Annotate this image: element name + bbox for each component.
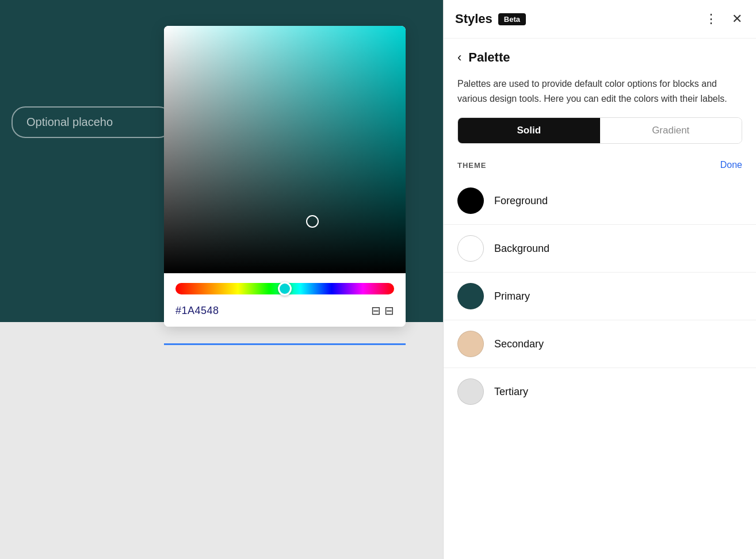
secondary-label: Secondary [494, 338, 544, 350]
solid-gradient-toggle[interactable]: Solid Gradient [457, 117, 742, 144]
back-arrow-icon[interactable]: ‹ [457, 50, 461, 65]
more-options-button[interactable]: ⋮ [702, 9, 720, 29]
blue-accent-line [164, 343, 406, 345]
canvas-placeholder-input: Optional placeho [12, 106, 173, 138]
color-picker-thumb [306, 215, 319, 228]
theme-section-header: THEME Done [444, 155, 756, 177]
beta-badge: Beta [498, 13, 526, 25]
close-icon: ✕ [732, 12, 742, 26]
color-picker-popup[interactable]: #1A4548 ⊟ ⊟ [164, 26, 406, 327]
secondary-swatch [457, 331, 484, 357]
back-title: Palette [468, 50, 510, 65]
more-icon: ⋮ [705, 12, 718, 26]
hue-thumb [278, 282, 292, 296]
sliders-icon[interactable]: ⊟ ⊟ [371, 304, 394, 317]
palette-description: Palettes are used to provide default col… [444, 70, 756, 117]
back-navigation[interactable]: ‹ Palette [444, 39, 756, 70]
color-item-primary[interactable]: Primary [444, 272, 756, 320]
color-list: Foreground Background Primary Secondary … [444, 177, 756, 415]
panel-body: ‹ Palette Palettes are used to provide d… [444, 39, 756, 559]
primary-swatch [457, 283, 484, 309]
foreground-label: Foreground [494, 195, 548, 207]
color-gradient-area[interactable] [164, 26, 406, 273]
panel-header-icons: ⋮ ✕ [702, 9, 744, 29]
theme-label: THEME [457, 161, 487, 170]
tertiary-label: Tertiary [494, 386, 528, 398]
color-picker-bottom: #1A4548 ⊟ ⊟ [164, 273, 406, 327]
right-panel: Styles Beta ⋮ ✕ ‹ Palette Palettes are u… [443, 0, 756, 559]
background-label: Background [494, 243, 549, 255]
panel-title: Styles [455, 12, 492, 26]
panel-header: Styles Beta ⋮ ✕ [444, 0, 756, 39]
placeholder-text: Optional placeho [26, 116, 113, 128]
hex-value[interactable]: #1A4548 [175, 305, 219, 317]
done-button[interactable]: Done [720, 160, 742, 170]
primary-label: Primary [494, 290, 530, 303]
foreground-swatch [457, 187, 484, 214]
hue-slider-wrapper[interactable] [175, 283, 394, 294]
close-button[interactable]: ✕ [730, 9, 744, 29]
gradient-tab[interactable]: Gradient [600, 118, 742, 143]
color-item-secondary[interactable]: Secondary [444, 320, 756, 367]
color-item-tertiary[interactable]: Tertiary [444, 367, 756, 415]
hex-row: #1A4548 ⊟ ⊟ [175, 304, 394, 317]
canvas-area: Optional placeho #1A4548 ⊟ ⊟ [0, 0, 443, 559]
hue-slider[interactable] [175, 283, 394, 294]
solid-tab[interactable]: Solid [458, 118, 600, 143]
tertiary-swatch [457, 378, 484, 405]
background-swatch [457, 235, 484, 262]
color-item-foreground[interactable]: Foreground [444, 177, 756, 224]
panel-title-area: Styles Beta [455, 12, 526, 26]
color-item-background[interactable]: Background [444, 224, 756, 272]
